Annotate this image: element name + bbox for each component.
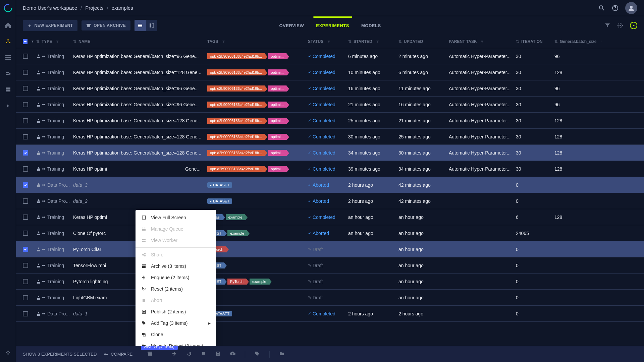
slack-icon[interactable] <box>4 349 12 357</box>
menu-item-label: Clone <box>151 332 163 337</box>
footer-reset-icon[interactable] <box>186 351 192 358</box>
row-checkbox[interactable] <box>23 150 28 156</box>
table-row[interactable]: TrainingKeras HP optimiKerasexample✓Comp… <box>16 209 644 225</box>
tab-experiments[interactable]: EXPERIMENTS <box>316 17 349 34</box>
footer-stop-icon[interactable] <box>201 351 206 358</box>
type-label: Training <box>47 295 64 300</box>
col-status[interactable]: STATUS▼ <box>308 39 348 44</box>
row-checkbox[interactable] <box>23 295 28 300</box>
view-list-button[interactable] <box>135 20 146 31</box>
footer-move-icon[interactable] <box>279 351 284 358</box>
workers-icon[interactable] <box>4 86 12 94</box>
home-icon[interactable] <box>4 21 12 29</box>
table-row[interactable]: TrainingTensorFlow mniMNIST✎Draftan hour… <box>16 257 644 274</box>
tab-models[interactable]: MODELS <box>361 17 381 34</box>
table-row[interactable]: Data Pro...data_1DATASET✓Completed2 hour… <box>16 306 644 322</box>
row-checkbox[interactable] <box>23 182 28 188</box>
table-row[interactable]: TrainingKeras HP optimiGene...opt: d2b90… <box>16 161 644 177</box>
row-checkbox[interactable] <box>23 247 28 252</box>
new-experiment-button[interactable]: ＋ NEW EXPERIMENT <box>23 20 77 31</box>
footer-enqueue-icon[interactable] <box>172 351 177 358</box>
row-checkbox[interactable] <box>23 102 28 107</box>
row-checkbox[interactable] <box>23 134 28 139</box>
svg-rect-12 <box>9 352 10 353</box>
started-time: 16 minutes ago <box>348 86 398 91</box>
type-icon <box>36 167 45 171</box>
table-row[interactable]: TrainingKeras HP optimization base: Gene… <box>16 113 644 129</box>
select-all-checkbox[interactable] <box>23 39 28 44</box>
avatar[interactable] <box>625 2 637 14</box>
tab-overview[interactable]: OVERVIEW <box>279 17 304 34</box>
status-badge: ✓Completed <box>308 134 335 139</box>
breadcrumb-current[interactable]: examples <box>112 5 133 11</box>
col-name[interactable]: ⇅NAME <box>73 39 207 44</box>
experiment-name: LightGBM exam <box>73 295 107 300</box>
help-icon[interactable] <box>612 5 619 11</box>
table-row[interactable]: TrainingKeras HP optimization base: Gene… <box>16 48 644 64</box>
app-logo[interactable] <box>3 3 13 13</box>
projects-icon[interactable] <box>4 38 12 46</box>
pipelines-icon[interactable] <box>4 70 12 78</box>
col-parent[interactable]: PARENT TASK▼ <box>449 39 516 44</box>
menu-item-publish[interactable]: Publish (2 items) <box>136 306 216 317</box>
col-tags[interactable]: TAGS▼ <box>207 39 308 44</box>
table-row[interactable]: Data Pro...data_3DATASET✓Aborted2 hours … <box>16 177 644 193</box>
row-checkbox[interactable] <box>23 70 28 75</box>
parent-task: Automatic Hyper-Parameter... <box>449 70 516 75</box>
table-row[interactable]: TrainingKeras HP optimization base: Gene… <box>16 97 644 113</box>
footer-selected-count[interactable]: SHOW 3 EXPERIMENTS SELECTED <box>23 352 97 357</box>
batch-size: 96 <box>554 54 601 59</box>
row-checkbox[interactable] <box>23 198 28 204</box>
view-detail-button[interactable] <box>146 20 157 31</box>
table-row[interactable]: TrainingClone Of pytorcMNISTexample✓Abor… <box>16 225 644 241</box>
col-started[interactable]: ⇅STARTED▼ <box>348 39 398 44</box>
col-type[interactable]: ⇅TYPE▼ <box>36 39 73 44</box>
settings-icon[interactable] <box>617 22 623 28</box>
col-iteration[interactable]: ⇅ITERATION <box>516 39 554 44</box>
table-row[interactable]: TrainingKeras HP optimization base: Gene… <box>16 64 644 80</box>
col-batch[interactable]: ⇅General.batch_size▼ <box>554 39 601 44</box>
expand-icon[interactable] <box>4 102 12 110</box>
table-row[interactable]: Data Pro...data_2DATASET✓Aborted2 hours … <box>16 193 644 209</box>
open-archive-button[interactable]: OPEN ARCHIVE <box>82 20 130 31</box>
menu-item-enqueue[interactable]: Enqueue (2 items) <box>136 272 216 283</box>
row-checkbox[interactable] <box>23 166 28 172</box>
row-checkbox[interactable] <box>23 311 28 316</box>
row-checkbox[interactable] <box>23 86 28 91</box>
row-checkbox[interactable] <box>23 54 28 59</box>
refresh-icon[interactable] <box>630 22 637 29</box>
row-checkbox[interactable] <box>23 279 28 284</box>
type-label: Training <box>47 263 64 268</box>
footer-publish-icon[interactable] <box>215 351 221 358</box>
svg-point-32 <box>44 88 45 89</box>
row-checkbox[interactable] <box>23 231 28 236</box>
row-checkbox[interactable] <box>23 118 28 123</box>
menu-item-move[interactable]: Move to Project (3 items) <box>136 340 216 346</box>
svg-point-37 <box>42 136 44 137</box>
footer-upload-icon[interactable] <box>230 351 235 358</box>
table-row[interactable]: TrainingLightGBM exam✎Draftan hour ago0 <box>16 290 644 306</box>
search-icon[interactable] <box>598 5 605 11</box>
row-checkbox[interactable] <box>23 263 28 268</box>
datasets-icon[interactable] <box>4 54 12 62</box>
table-row[interactable]: TrainingKeras HP optimization base: Gene… <box>16 129 644 145</box>
footer-archive-icon[interactable] <box>147 351 153 358</box>
iteration-count: 0 <box>516 247 554 252</box>
filter-icon[interactable] <box>604 22 610 28</box>
table-row[interactable]: TrainingPyTorch CifarPyTorch✎Draftan hou… <box>16 241 644 257</box>
table-row[interactable]: TrainingKeras HP optimization base: Gene… <box>16 145 644 161</box>
breadcrumb-workspace[interactable]: Demo User's workspace <box>23 5 77 11</box>
menu-item-reset[interactable]: Reset (2 items) <box>136 283 216 295</box>
breadcrumb-projects[interactable]: Projects <box>85 5 103 11</box>
menu-item-archive[interactable]: Archive (3 items) <box>136 260 216 272</box>
queue-icon <box>141 227 147 231</box>
footer-tag-icon[interactable] <box>255 351 260 358</box>
row-checkbox[interactable] <box>23 215 28 220</box>
table-row[interactable]: TrainingPytorch lightningMNISTPyTorchexa… <box>16 274 644 290</box>
compare-button[interactable]: COMPARE <box>103 352 132 357</box>
menu-item-fullscreen[interactable]: View Full Screen <box>136 212 216 223</box>
table-row[interactable]: TrainingKeras HP optimization base: Gene… <box>16 80 644 97</box>
col-updated[interactable]: ⇅UPDATED <box>398 39 449 44</box>
menu-item-tag[interactable]: Add Tag (3 items)▸ <box>136 317 216 329</box>
menu-item-clone[interactable]: Clone <box>136 329 216 340</box>
